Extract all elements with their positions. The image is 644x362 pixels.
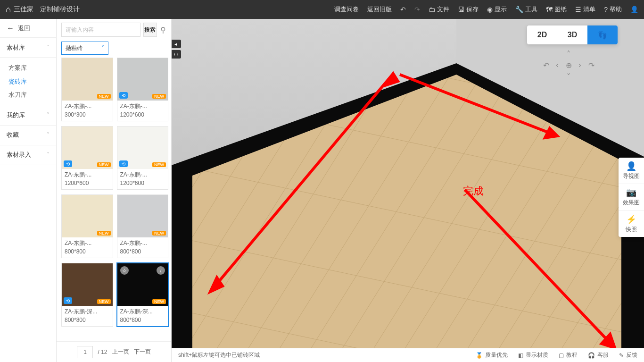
link-icon: ⟲ <box>119 92 128 99</box>
menu-survey[interactable]: 调查问卷 <box>334 5 359 14</box>
category-select[interactable]: 抛釉砖 ˅ <box>61 42 108 55</box>
nav-center[interactable]: ⊕ <box>566 61 572 70</box>
status-hint: shift+鼠标左键可选中已铺砖区域 <box>178 351 260 359</box>
logo: ⌂ 三佳家 <box>6 5 33 15</box>
pager: 1 / 12 上一页 下一页 <box>57 341 171 362</box>
favorite-icon[interactable]: ☆ <box>120 266 129 275</box>
nav-up[interactable]: ˄ <box>567 50 570 59</box>
page-input[interactable]: 1 <box>77 346 93 358</box>
edit-icon: ✎ <box>619 352 624 359</box>
catalog-scroll[interactable]: NEWZA-东鹏-...300*300NEW⟲ZA-东鹏-...1200*600… <box>57 58 171 341</box>
tile-card[interactable]: NEW⟲ZA-东鹏-深...800*800 <box>61 263 113 327</box>
nav-down[interactable]: ˅ <box>567 72 570 81</box>
user-button[interactable]: 👤 <box>630 6 638 13</box>
top-bar: ⌂ 三佳家 定制铺砖设计 调查问卷 返回旧版 ↶ ↷ 🗀文件 🖫保存 ◉显示 🔧… <box>0 0 644 19</box>
info-icon[interactable]: i <box>157 266 165 275</box>
new-badge: NEW <box>97 162 111 167</box>
material-lib-children: 方案库 瓷砖库 水刀库 <box>0 58 56 106</box>
status-service[interactable]: 🎧客服 <box>588 351 609 359</box>
nav-rot-left[interactable]: ↶ <box>543 61 549 70</box>
nav-left[interactable]: ‹ <box>556 61 558 69</box>
next-page[interactable]: 下一页 <box>134 348 151 356</box>
menu-drawings[interactable]: 🗺图纸 <box>546 5 567 14</box>
status-feedback[interactable]: ✎反馈 <box>619 351 637 359</box>
tile-thumb: NEW⟲ <box>117 58 168 101</box>
save-icon: 🖫 <box>458 6 464 13</box>
menu-save[interactable]: 🖫保存 <box>458 5 479 14</box>
tile-card[interactable]: NEW☆iZA-东鹏-深...800*800 <box>117 263 169 327</box>
prev-page[interactable]: 上一页 <box>112 348 129 356</box>
menu-list[interactable]: ☰清单 <box>575 5 595 14</box>
tile-card[interactable]: NEWZA-东鹏-...300*300 <box>61 58 113 121</box>
mode-walk[interactable]: 👣 <box>587 25 618 44</box>
new-badge: NEW <box>152 162 166 167</box>
tile-dim: 1200*600 <box>117 180 168 189</box>
tile-name: ZA-东鹏-... <box>62 101 113 111</box>
logo-text: 三佳家 <box>14 5 33 14</box>
nav-rot-right[interactable]: ↷ <box>588 61 594 70</box>
viewport-3d[interactable]: ◂ ⫶⫶ 2D 3D 👣 ˄ ↶ ‹ ⊕ › ↷ ˅ 完成 👤 导视图 📷 效果… <box>172 19 644 348</box>
tool-perspective[interactable]: 👤 导视图 <box>619 158 644 184</box>
tile-name: ZA-东鹏-... <box>117 101 168 111</box>
walk-icon: 👣 <box>598 31 607 40</box>
status-material[interactable]: ◧显示材质 <box>518 351 548 359</box>
grid-toggle-button[interactable]: ⫶⫶ <box>172 50 181 59</box>
tile-thumb: NEW☆i <box>117 263 168 306</box>
folder-icon: 🗀 <box>429 6 435 13</box>
back-button[interactable]: ← 返回 <box>0 19 56 38</box>
redo-icon: ↷ <box>414 6 420 13</box>
app-title: 定制铺砖设计 <box>40 5 80 14</box>
headset-icon: 🎧 <box>588 352 595 359</box>
tile-thumb: NEW <box>117 195 168 237</box>
tile-card[interactable]: NEW⟲ZA-东鹏-...1200*600 <box>117 126 169 190</box>
status-tutorial[interactable]: ▢教程 <box>559 351 578 359</box>
tile-name: ZA-东鹏-深... <box>62 306 113 317</box>
menu-help[interactable]: ?帮助 <box>604 5 622 14</box>
menu-back-old[interactable]: 返回旧版 <box>367 5 392 14</box>
sidebar-item-tile[interactable]: 瓷砖库 <box>8 75 56 89</box>
tile-dim: 800*800 <box>117 317 168 326</box>
undo-icon: ↶ <box>400 6 406 13</box>
status-quality[interactable]: 🏅质量优先 <box>476 351 508 359</box>
page-total: / 12 <box>98 349 107 355</box>
section-my-lib[interactable]: 我的库 ˅ <box>0 106 56 126</box>
nav-right[interactable]: › <box>578 61 581 69</box>
sidebar-item-waterjet[interactable]: 水刀库 <box>8 88 56 102</box>
mode-2d[interactable]: 2D <box>527 25 557 44</box>
wrench-icon: 🔧 <box>515 6 523 13</box>
chevron-down-icon: ˅ <box>101 45 104 51</box>
new-badge: NEW <box>152 299 166 304</box>
tile-card[interactable]: NEW⟲ZA-东鹏-...1200*600 <box>61 126 113 190</box>
menu-tools[interactable]: 🔧工具 <box>515 5 537 14</box>
tool-render[interactable]: 📷 效果图 <box>619 184 644 210</box>
search-button[interactable]: 搜索 <box>143 23 157 37</box>
status-bar: shift+鼠标左键可选中已铺砖区域 🏅质量优先 ◧显示材质 ▢教程 🎧客服 ✎… <box>172 348 644 362</box>
top-menu: 调查问卷 返回旧版 ↶ ↷ 🗀文件 🖫保存 ◉显示 🔧工具 🗺图纸 ☰清单 ?帮… <box>334 5 638 14</box>
tile-card[interactable]: NEW⟲ZA-东鹏-...1200*600 <box>117 58 169 121</box>
cube-icon: ◧ <box>518 352 523 359</box>
search-input[interactable] <box>61 23 140 37</box>
tile-card[interactable]: NEWZA-东鹏-...800*800 <box>61 194 113 258</box>
sidebar-item-scheme[interactable]: 方案库 <box>8 61 56 75</box>
tile-dim: 800*800 <box>117 248 168 258</box>
menu-file[interactable]: 🗀文件 <box>429 5 449 14</box>
new-badge: NEW <box>97 231 111 236</box>
panel-toggle: ◂ ⫶⫶ <box>172 40 181 59</box>
redo-button[interactable]: ↷ <box>414 6 420 13</box>
section-material-lib[interactable]: 素材库 ˄ <box>0 38 56 58</box>
tile-card[interactable]: NEWZA-东鹏-...800*800 <box>117 194 169 258</box>
undo-button[interactable]: ↶ <box>400 6 406 13</box>
tile-thumb: NEW⟲ <box>62 126 113 169</box>
menu-display[interactable]: ◉显示 <box>487 5 507 14</box>
tile-dim: 800*800 <box>62 248 113 258</box>
tile-grid: NEWZA-东鹏-...300*300NEW⟲ZA-东鹏-...1200*600… <box>61 58 168 327</box>
tile-dim: 1200*600 <box>117 111 168 121</box>
medal-icon: 🏅 <box>476 352 483 359</box>
tile-name: ZA-东鹏-... <box>117 169 168 180</box>
section-material-entry[interactable]: 素材录入 ˅ <box>0 145 56 165</box>
mode-3d[interactable]: 3D <box>557 25 587 44</box>
collapse-button[interactable]: ◂ <box>172 40 181 48</box>
filter-button[interactable]: ⚲ <box>160 23 166 37</box>
section-favorites[interactable]: 收藏 ˅ <box>0 126 56 145</box>
tool-snapshot[interactable]: ⚡ 快照 <box>619 210 644 237</box>
